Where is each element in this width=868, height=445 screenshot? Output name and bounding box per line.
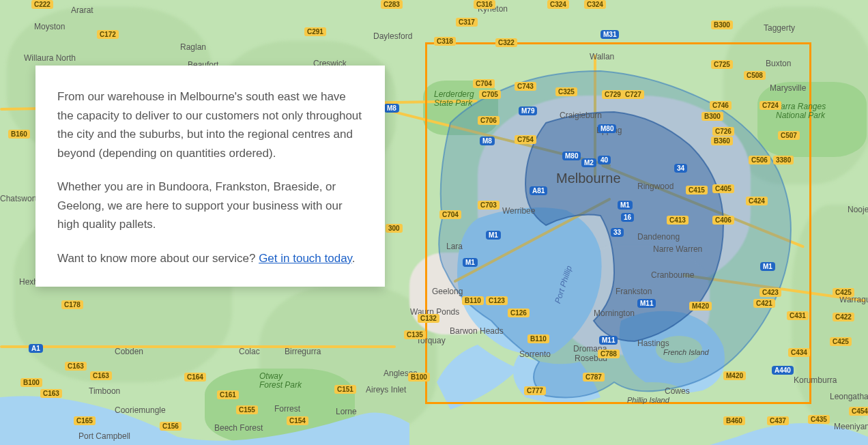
route-shield: M1 xyxy=(463,258,478,267)
route-shield: M11 xyxy=(599,336,618,345)
route-shield: A1 xyxy=(29,344,43,353)
route-shield: M80 xyxy=(562,152,581,160)
route-shield: C322 xyxy=(495,38,517,47)
town-label: Leongatha xyxy=(830,392,868,401)
route-shield: C156 xyxy=(160,422,182,431)
town-label: Birregurra xyxy=(285,347,321,356)
route-shield: M79 xyxy=(519,106,537,115)
route-shield: C132 xyxy=(418,314,439,323)
route-shield: C423 xyxy=(760,288,781,297)
card-paragraph: Want to know more about our service? Get… xyxy=(57,249,363,268)
town-label: Beech Forest xyxy=(214,423,263,433)
route-shield: C126 xyxy=(508,308,530,317)
route-shield: 16 xyxy=(621,213,634,222)
route-shield: B110 xyxy=(527,334,549,343)
route-shield: C437 xyxy=(767,416,789,425)
town-label: Cranbourne xyxy=(651,270,694,280)
route-shield: C725 xyxy=(711,60,733,69)
route-shield: C705 xyxy=(479,90,501,99)
route-shield: M8 xyxy=(384,104,399,113)
town-label: Meeniyan xyxy=(834,422,868,431)
town-label: Cowes xyxy=(665,386,690,396)
route-shield: C704 xyxy=(439,210,461,219)
map-canvas[interactable]: Melbourne Port Phillip LerderdergState P… xyxy=(0,0,868,445)
route-shield: M31 xyxy=(601,30,619,39)
route-shield: C704 xyxy=(473,79,495,88)
route-shield: M1 xyxy=(760,262,775,271)
route-shield: B300 xyxy=(711,20,733,29)
route-shield: C154 xyxy=(287,416,308,425)
town-label: Frankston xyxy=(616,287,652,296)
route-shield: C316 xyxy=(474,0,495,9)
park-label: Yarra RangesNational Park xyxy=(776,102,826,120)
route-shield: C164 xyxy=(184,373,206,382)
route-shield: 3380 xyxy=(773,156,794,164)
info-card: From our warehouse in Melbourne's south … xyxy=(35,66,385,287)
contact-link[interactable]: Get in touch today xyxy=(259,252,352,265)
route-shield: C406 xyxy=(712,216,734,225)
route-shield: B300 xyxy=(701,112,723,121)
park-label: OtwayForest Park xyxy=(259,372,302,390)
route-shield: C161 xyxy=(217,390,239,399)
route-shield: M11 xyxy=(637,299,656,308)
route-shield: C325 xyxy=(555,87,577,96)
route-shield: C163 xyxy=(40,389,62,398)
town-label: Moyston xyxy=(34,22,65,31)
town-label: Port Campbell xyxy=(78,431,130,441)
route-shield: C508 xyxy=(744,71,766,80)
town-label: Aireys Inlet xyxy=(366,385,406,394)
route-shield: M80 xyxy=(598,124,616,133)
route-shield: C454 xyxy=(849,407,868,416)
route-shield: B460 xyxy=(723,416,745,425)
route-shield: C222 xyxy=(31,0,53,9)
route-shield: C413 xyxy=(667,216,689,225)
town-label: Ararat xyxy=(71,5,93,15)
route-shield: 300 xyxy=(386,224,403,233)
town-label: Taggerty xyxy=(764,23,795,33)
route-shield: C291 xyxy=(304,27,326,36)
town-label: Narre Warren xyxy=(653,244,702,254)
town-label: Phillip Island xyxy=(627,396,669,404)
town-label: Wallan xyxy=(590,52,614,61)
route-shield: C135 xyxy=(404,330,426,339)
town-label: Lorne xyxy=(336,407,357,416)
route-shield: C506 xyxy=(749,156,770,164)
card-text: . xyxy=(352,252,356,265)
town-label: Sorrento xyxy=(519,349,551,359)
route-shield: C151 xyxy=(334,385,356,394)
route-shield: C743 xyxy=(515,82,536,91)
route-shield: C788 xyxy=(598,349,620,358)
route-shield: C123 xyxy=(486,296,508,305)
route-shield: C324 xyxy=(584,0,606,9)
route-shield: B100 xyxy=(408,373,430,382)
route-shield: C421 xyxy=(753,299,775,308)
route-shield: C434 xyxy=(788,348,810,357)
route-shield: C178 xyxy=(61,300,83,309)
route-shield: C754 xyxy=(515,135,536,144)
route-shield: C787 xyxy=(583,373,605,382)
route-shield: M8 xyxy=(480,137,495,145)
route-shield: C727 xyxy=(622,90,644,99)
route-shield: C507 xyxy=(778,131,800,140)
town-label: Craigieburn xyxy=(560,111,602,120)
route-shield: B360 xyxy=(711,137,733,145)
town-label: Ringwood xyxy=(637,182,674,191)
route-shield: M2 xyxy=(581,158,596,167)
city-label-melbourne: Melbourne xyxy=(556,171,621,186)
route-shield: C746 xyxy=(710,101,732,110)
town-label: Colac xyxy=(239,347,260,356)
town-label: Forrest xyxy=(274,404,300,414)
town-label: Lara xyxy=(446,242,463,251)
route-shield: 40 xyxy=(598,156,611,164)
highway xyxy=(0,345,396,348)
route-shield: C729 xyxy=(602,90,624,99)
town-label: Willaura North xyxy=(24,53,76,63)
town-label: Hastings xyxy=(637,339,669,348)
town-label: Cobden xyxy=(115,347,143,356)
town-label: Marysville xyxy=(770,83,806,93)
route-shield: C283 xyxy=(381,0,403,9)
town-label: Raglan xyxy=(180,42,206,52)
town-label: Geelong xyxy=(432,287,463,296)
route-shield: 33 xyxy=(611,228,624,237)
town-label: Timboon xyxy=(89,386,120,396)
